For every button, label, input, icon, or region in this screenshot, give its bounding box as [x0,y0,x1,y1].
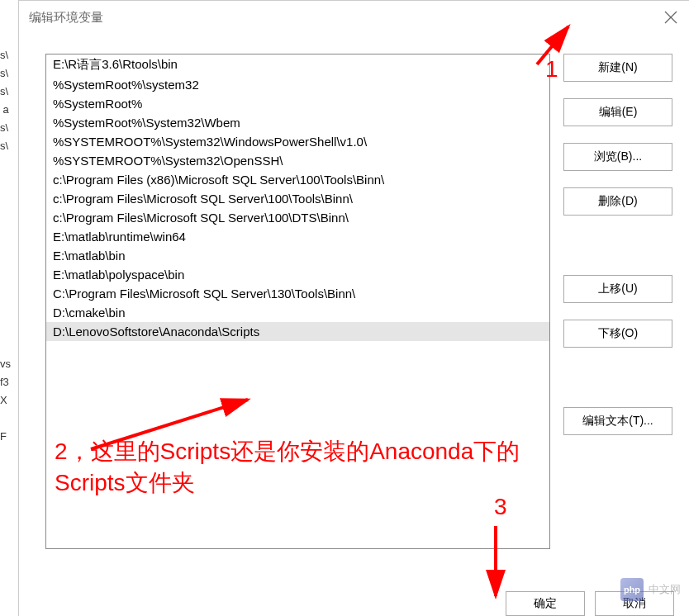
list-item[interactable]: %SYSTEMROOT%\System32\WindowsPowerShell\… [46,132,549,151]
edit-button[interactable]: 编辑(E) [563,98,672,126]
list-item[interactable]: %SystemRoot%\System32\Wbem [46,113,549,132]
list-item[interactable]: D:\LenovoSoftstore\Anaconda\Scripts [46,322,549,341]
ok-button[interactable]: 确定 [506,591,585,616]
list-item[interactable]: E:\matlab\bin [46,246,549,265]
list-item[interactable]: C:\Program Files\Microsoft SQL Server\13… [46,284,549,303]
button-column: 新建(N) 编辑(E) 浏览(B)... 删除(D) 上移(U) 下移(O) 编… [563,54,672,549]
delete-button[interactable]: 删除(D) [563,187,672,216]
watermark-logo: php [620,578,644,601]
edittext-button[interactable]: 编辑文本(T)... [563,407,672,435]
list-item[interactable]: E:\matlab\polyspace\bin [46,265,549,284]
list-item[interactable]: %SYSTEMROOT%\System32\OpenSSH\ [46,151,549,170]
movedown-button[interactable]: 下移(O) [563,320,672,348]
list-item[interactable]: %SystemRoot%\system32 [46,75,549,94]
new-button[interactable]: 新建(N) [563,54,672,82]
close-button[interactable] [661,7,681,27]
titlebar: 编辑环境变量 [19,1,689,34]
watermark-text: 中文网 [649,582,681,597]
spacer [563,364,672,391]
list-item[interactable]: %SystemRoot% [46,94,549,113]
list-item[interactable]: E:\R语言3.6\Rtools\bin [46,54,549,75]
dialog-title: 编辑环境变量 [29,10,103,26]
spacer [563,232,672,258]
list-item[interactable]: E:\matlab\runtime\win64 [46,227,549,246]
dialog-content: E:\R语言3.6\Rtools\bin%SystemRoot%\system3… [19,34,689,549]
list-item[interactable]: D:\cmake\bin [46,303,549,322]
edit-env-var-dialog: 编辑环境变量 E:\R语言3.6\Rtools\bin%SystemRoot%\… [18,0,689,616]
path-listbox[interactable]: E:\R语言3.6\Rtools\bin%SystemRoot%\system3… [45,54,550,549]
moveup-button[interactable]: 上移(U) [563,275,672,303]
watermark: php 中文网 [620,578,681,601]
background-fragment-text: s\ s\ s\ a s\ s\ vs f3 X F [0,41,15,553]
list-item[interactable]: c:\Program Files (x86)\Microsoft SQL Ser… [46,170,549,189]
list-item[interactable]: c:\Program Files\Microsoft SQL Server\10… [46,208,549,227]
browse-button[interactable]: 浏览(B)... [563,143,672,171]
close-icon [661,7,681,27]
list-item[interactable]: c:\Program Files\Microsoft SQL Server\10… [46,189,549,208]
